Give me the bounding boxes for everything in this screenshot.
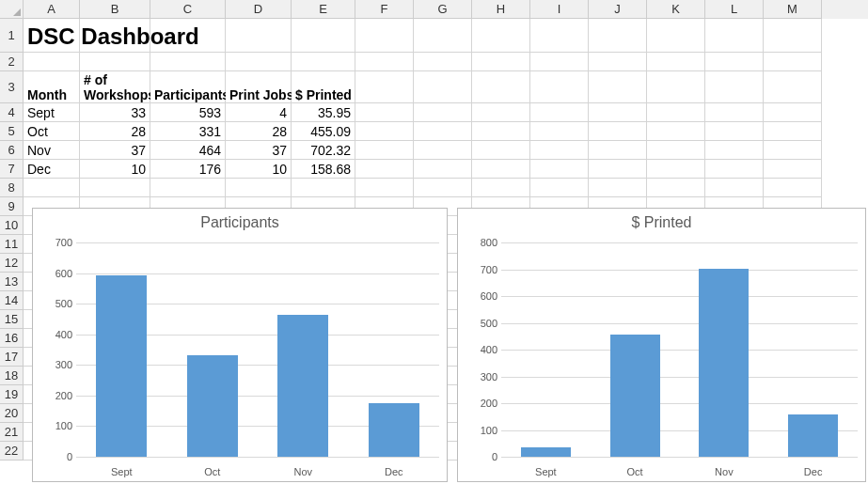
cell-M8[interactable] bbox=[764, 179, 822, 197]
cell-H2[interactable] bbox=[472, 53, 530, 71]
cell-I4[interactable] bbox=[530, 103, 589, 122]
cell-C5[interactable]: 331 bbox=[150, 122, 226, 141]
cell-I8[interactable] bbox=[530, 179, 589, 197]
row-header-5[interactable]: 5 bbox=[0, 122, 24, 141]
cell-K2[interactable] bbox=[647, 53, 705, 71]
cell-E2[interactable] bbox=[292, 53, 355, 71]
cell-F1[interactable] bbox=[355, 19, 414, 53]
cell-G4[interactable] bbox=[414, 103, 472, 122]
cell-B5[interactable]: 28 bbox=[80, 122, 150, 141]
cell-B3[interactable]: # of Workshops bbox=[80, 71, 150, 103]
cell-M5[interactable] bbox=[764, 122, 822, 141]
cell-A6[interactable]: Nov bbox=[24, 141, 80, 160]
cell-I3[interactable] bbox=[530, 71, 589, 103]
cell-H7[interactable] bbox=[472, 160, 530, 179]
cell-J4[interactable] bbox=[589, 103, 647, 122]
row-header-18[interactable]: 18 bbox=[0, 367, 24, 385]
cell-J5[interactable] bbox=[589, 122, 647, 141]
cell-C3[interactable]: Participants bbox=[150, 71, 226, 103]
cell-I7[interactable] bbox=[530, 160, 589, 179]
col-header-A[interactable]: A bbox=[24, 0, 80, 19]
cell-L1[interactable] bbox=[705, 19, 764, 53]
cell-A8[interactable] bbox=[24, 179, 80, 197]
cell-H6[interactable] bbox=[472, 141, 530, 160]
cell-J2[interactable] bbox=[589, 53, 647, 71]
row-header-21[interactable]: 21 bbox=[0, 423, 24, 442]
cell-L2[interactable] bbox=[705, 53, 764, 71]
row-header-10[interactable]: 10 bbox=[0, 216, 24, 235]
cell-E8[interactable] bbox=[292, 179, 355, 197]
cell-A5[interactable]: Oct bbox=[24, 122, 80, 141]
col-header-J[interactable]: J bbox=[589, 0, 647, 19]
cell-K8[interactable] bbox=[647, 179, 705, 197]
cell-B8[interactable] bbox=[80, 179, 150, 197]
cell-G6[interactable] bbox=[414, 141, 472, 160]
cell-J7[interactable] bbox=[589, 160, 647, 179]
cell-D3[interactable]: Print Jobs bbox=[226, 71, 292, 103]
col-header-F[interactable]: F bbox=[355, 0, 414, 19]
cell-I2[interactable] bbox=[530, 53, 589, 71]
cell-K6[interactable] bbox=[647, 141, 705, 160]
cell-D8[interactable] bbox=[226, 179, 292, 197]
cell-A7[interactable]: Dec bbox=[24, 160, 80, 179]
cell-K7[interactable] bbox=[647, 160, 705, 179]
cell-H3[interactable] bbox=[472, 71, 530, 103]
cell-M6[interactable] bbox=[764, 141, 822, 160]
col-header-H[interactable]: H bbox=[472, 0, 530, 19]
cell-G1[interactable] bbox=[414, 19, 472, 53]
col-header-L[interactable]: L bbox=[705, 0, 764, 19]
cell-B4[interactable]: 33 bbox=[80, 103, 150, 122]
row-header-9[interactable]: 9 bbox=[0, 197, 24, 216]
row-header-20[interactable]: 20 bbox=[0, 404, 24, 423]
cell-A4[interactable]: Sept bbox=[24, 103, 80, 122]
col-header-M[interactable]: M bbox=[764, 0, 822, 19]
cell-M7[interactable] bbox=[764, 160, 822, 179]
chart-participants[interactable]: Participants 0100200300400500600700 Sept… bbox=[32, 208, 448, 482]
cell-E5[interactable]: 455.09 bbox=[292, 122, 355, 141]
cell-M4[interactable] bbox=[764, 103, 822, 122]
cell-C4[interactable]: 593 bbox=[150, 103, 226, 122]
row-header-17[interactable]: 17 bbox=[0, 348, 24, 367]
row-header-8[interactable]: 8 bbox=[0, 179, 24, 197]
cell-M1[interactable] bbox=[764, 19, 822, 53]
cell-K4[interactable] bbox=[647, 103, 705, 122]
cell-G5[interactable] bbox=[414, 122, 472, 141]
cell-B6[interactable]: 37 bbox=[80, 141, 150, 160]
cell-J1[interactable] bbox=[589, 19, 647, 53]
row-header-3[interactable]: 3 bbox=[0, 71, 24, 103]
cell-H8[interactable] bbox=[472, 179, 530, 197]
cell-G8[interactable] bbox=[414, 179, 472, 197]
cell-G7[interactable] bbox=[414, 160, 472, 179]
cell-H1[interactable] bbox=[472, 19, 530, 53]
cell-J8[interactable] bbox=[589, 179, 647, 197]
cell-F7[interactable] bbox=[355, 160, 414, 179]
cell-I6[interactable] bbox=[530, 141, 589, 160]
row-header-12[interactable]: 12 bbox=[0, 254, 24, 273]
col-header-C[interactable]: C bbox=[150, 0, 226, 19]
select-all-corner[interactable] bbox=[0, 0, 24, 19]
cell-F2[interactable] bbox=[355, 53, 414, 71]
cell-M2[interactable] bbox=[764, 53, 822, 71]
cell-L5[interactable] bbox=[705, 122, 764, 141]
cell-C6[interactable]: 464 bbox=[150, 141, 226, 160]
cell-E7[interactable]: 158.68 bbox=[292, 160, 355, 179]
cell-H5[interactable] bbox=[472, 122, 530, 141]
cell-D2[interactable] bbox=[226, 53, 292, 71]
col-header-B[interactable]: B bbox=[80, 0, 150, 19]
cell-L6[interactable] bbox=[705, 141, 764, 160]
cell-D1[interactable] bbox=[226, 19, 292, 53]
cell-L7[interactable] bbox=[705, 160, 764, 179]
cell-C8[interactable] bbox=[150, 179, 226, 197]
row-header-11[interactable]: 11 bbox=[0, 235, 24, 254]
cell-B2[interactable] bbox=[80, 53, 150, 71]
col-header-G[interactable]: G bbox=[414, 0, 472, 19]
col-header-D[interactable]: D bbox=[226, 0, 292, 19]
row-header-6[interactable]: 6 bbox=[0, 141, 24, 160]
cell-H4[interactable] bbox=[472, 103, 530, 122]
row-header-4[interactable]: 4 bbox=[0, 103, 24, 122]
col-header-E[interactable]: E bbox=[292, 0, 355, 19]
cell-L8[interactable] bbox=[705, 179, 764, 197]
cell-A3[interactable]: Month bbox=[24, 71, 80, 103]
row-header-16[interactable]: 16 bbox=[0, 329, 24, 348]
row-header-14[interactable]: 14 bbox=[0, 291, 24, 310]
